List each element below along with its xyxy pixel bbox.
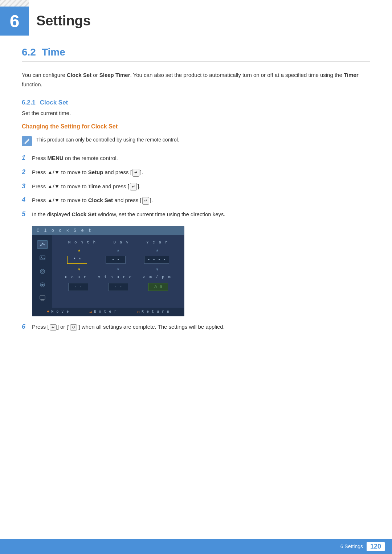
- step-number-1: 1: [22, 153, 32, 163]
- sound-icon: [40, 268, 45, 274]
- move-label: M o v e: [51, 310, 69, 314]
- arrow-up-day: ▲: [117, 248, 120, 252]
- step-number-4: 4: [22, 195, 32, 205]
- label-month: M o n t h: [68, 240, 96, 245]
- cs-icon-signal: [37, 240, 48, 249]
- label-day: D a y: [114, 240, 129, 245]
- term-timer: Timer: [344, 72, 359, 78]
- section-title: Time: [42, 46, 65, 58]
- arrow-dn-year: ▼: [155, 267, 159, 271]
- chapter-header: 6 Settings: [0, 0, 392, 36]
- step-number-6: 6: [22, 323, 32, 331]
- svg-point-4: [41, 270, 44, 272]
- cs-fields-row2: - - - - a m: [60, 283, 177, 291]
- cs-icon-settings: [37, 280, 48, 289]
- cs-fields-row1: * * - - - - - -: [60, 256, 177, 264]
- cs-footer: ● M o v e ↵ E n t e r ↺ R e t u r n: [32, 308, 184, 316]
- step-2: 2 Press ▲/▼ to move to Setup and press […: [22, 167, 370, 177]
- enter-icon-3: ↵: [130, 183, 137, 191]
- label-minute: M i n u t e: [98, 275, 132, 279]
- cs-labels-row1: M o n t h D a y Y e a r: [60, 240, 177, 245]
- return-label: R e t u r n: [142, 310, 170, 314]
- step-text-5: In the displayed Clock Set window, set t…: [32, 210, 225, 219]
- cs-footer-return: ↺ R e t u r n: [137, 309, 170, 315]
- svg-rect-7: [40, 296, 45, 299]
- step-number-5: 5: [22, 209, 32, 219]
- image-icon: [40, 255, 45, 261]
- chapter-title: Settings: [36, 7, 91, 29]
- signal-icon: [40, 242, 45, 247]
- field-minute: - -: [108, 283, 128, 291]
- term-setup: Setup: [88, 169, 103, 175]
- chapter-number-box: 6: [0, 7, 29, 36]
- gear-icon: [40, 282, 45, 288]
- field-day: - -: [106, 256, 126, 264]
- label-ampm: a m / p m: [143, 275, 171, 279]
- cs-sidebar: [32, 235, 52, 308]
- field-year: - - - -: [144, 256, 169, 264]
- pencil-icon: [24, 138, 30, 144]
- cs-footer-enter: ↵ E n t e r: [89, 309, 117, 315]
- svg-point-5: [41, 284, 44, 286]
- intro-paragraph: You can configure Clock Set or Sleep Tim…: [22, 70, 370, 89]
- svg-line-0: [24, 143, 24, 144]
- svg-rect-1: [40, 256, 45, 260]
- subsection-title: Clock Set: [40, 99, 68, 106]
- cs-labels-row2: H o u r M i n u t e a m / p m: [60, 275, 177, 279]
- step-number-3: 3: [22, 181, 32, 192]
- step-text-1: Press MENU on the remote control.: [32, 154, 118, 163]
- footer-page-number: 120: [367, 542, 385, 551]
- page-footer: 6 Settings 120: [0, 539, 392, 554]
- step-3: 3 Press ▲/▼ to move to Time and press [↵…: [22, 181, 370, 192]
- term-sleeptimer: Sleep Timer: [99, 72, 130, 78]
- note-box: This product can only be controlled by u…: [22, 136, 370, 146]
- note-icon: [22, 136, 32, 146]
- arrow-month: ▲: [69, 248, 89, 252]
- enter-label: E n t e r: [94, 310, 117, 314]
- term-clockset: Clock Set: [67, 72, 91, 78]
- section-heading: 6.2 Time: [22, 46, 370, 62]
- step-4: 4 Press ▲/▼ to move to Clock Set and pre…: [22, 195, 370, 205]
- steps-list: 1 Press MENU on the remote control. 2 Pr…: [22, 153, 370, 219]
- section-number: 6.2: [22, 46, 36, 58]
- term-time: Time: [88, 183, 101, 189]
- field-ampm: a m: [148, 283, 168, 291]
- enter-footer-icon: ↵: [89, 309, 92, 315]
- term-clockset3: Clock Set: [72, 211, 96, 217]
- step-text-2: Press ▲/▼ to move to Setup and press [↵]…: [32, 168, 143, 177]
- arrow-up-year: ▲: [155, 248, 159, 252]
- return-icon: ↺: [137, 309, 140, 315]
- footer-section-label: 6 Settings: [340, 543, 363, 549]
- arrow-dn-month: ▼: [77, 267, 81, 271]
- cs-titlebar: C l o c k S e t: [32, 226, 184, 235]
- step-number-2: 2: [22, 167, 32, 177]
- arrow-dn-day: ▼: [117, 267, 120, 271]
- svg-point-3: [40, 269, 45, 274]
- arrow-down-year: ▼: [147, 267, 167, 271]
- cs-icon-sound: [37, 267, 48, 276]
- return-icon-6b: ↺: [70, 324, 77, 331]
- cs-arrows-row1-up: ▲ ▲ ▲: [60, 248, 177, 252]
- cs-icon-tv: [37, 294, 48, 303]
- note-text: This product can only be controlled by u…: [36, 136, 179, 144]
- arrow-year: ▲: [147, 248, 167, 252]
- arrow-down-day: ▼: [108, 267, 128, 271]
- tv-icon: [40, 295, 45, 301]
- term-clockset2: Clock Set: [88, 197, 113, 203]
- main-content: 6.2 Time You can configure Clock Set or …: [0, 46, 392, 363]
- cs-arrows-row1-down: ▼ ▼ ▼: [60, 267, 177, 271]
- subsection-number: 6.2.1: [22, 99, 36, 106]
- enter-icon-6a: ↵: [50, 324, 57, 331]
- cs-main: M o n t h D a y Y e a r ▲ ▲ ▲ *: [52, 235, 184, 308]
- enter-icon-4: ↵: [142, 197, 149, 205]
- step-text-4: Press ▲/▼ to move to Clock Set and press…: [32, 196, 153, 205]
- arrow-down-month: ▼: [69, 267, 89, 271]
- label-hour: H o u r: [65, 275, 87, 279]
- subsection-heading: 6.2.1 Clock Set: [22, 99, 370, 106]
- step-text-6: Press [↵] or ['↺'] when all settings are…: [32, 324, 225, 331]
- step-6: 6 Press [↵] or ['↺'] when all settings a…: [22, 323, 370, 331]
- svg-rect-8: [41, 300, 44, 301]
- enter-icon-2: ↵: [132, 169, 139, 177]
- label-year: Y e a r: [146, 240, 168, 245]
- arrow-up-month: ▲: [77, 248, 81, 252]
